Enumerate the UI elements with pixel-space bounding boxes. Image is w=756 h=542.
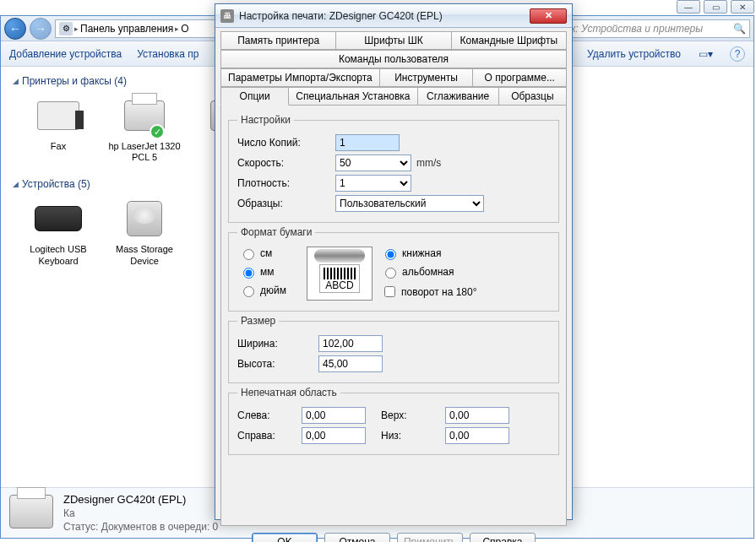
settings-legend: Настройки [237, 114, 294, 126]
copies-label: Число Копий: [237, 137, 330, 149]
density-select[interactable]: 1 [335, 175, 411, 192]
search-input[interactable]: иск: Устройства и принтеры 🔍 [556, 19, 750, 38]
orient-landscape[interactable]: альбомная [381, 265, 476, 279]
dialog-titlebar[interactable]: 🖶 Настройка печати: ZDesigner GC420t (EP… [215, 4, 572, 28]
tab-command-fonts[interactable]: Командные Шрифты [452, 31, 567, 50]
tab-options[interactable]: Опции [220, 87, 289, 106]
window-minimize[interactable]: — [677, 0, 700, 14]
portrait-label: книжная [402, 247, 441, 259]
unit-cm-radio[interactable] [243, 249, 254, 260]
window-maximize[interactable]: ▭ [704, 0, 727, 14]
print-settings-dialog: 🖶 Настройка печати: ZDesigner GC420t (EP… [215, 3, 573, 520]
cancel-button[interactable]: Отмена [324, 533, 390, 542]
unit-cm-label: см [260, 247, 272, 259]
device-label: hp LaserJet 1320 PCL 5 [106, 141, 183, 163]
queue-label: Статус: [63, 521, 98, 533]
samples-select[interactable]: Пользовательский [335, 195, 484, 212]
ok-button[interactable]: OK [252, 533, 318, 542]
portrait-radio[interactable] [385, 249, 396, 260]
top-label: Верх: [381, 409, 440, 421]
copies-input[interactable] [335, 134, 400, 151]
samples-label: Образцы: [237, 198, 330, 209]
section-devices-title: Устройства (5) [22, 178, 90, 190]
window-controls: — ▭ ✕ [677, 0, 754, 14]
speed-unit: mm/s [416, 157, 441, 169]
install-printer-link[interactable]: Установка пр [137, 48, 199, 60]
hdd-icon [127, 201, 162, 236]
tab-user-commands[interactable]: Команды пользователя [220, 50, 567, 68]
breadcrumb-sep: ▸ [74, 24, 79, 33]
unit-mm-radio[interactable] [243, 268, 254, 279]
printer-icon [9, 495, 53, 528]
device-hp-laserjet[interactable]: ✓ hp LaserJet 1320 PCL 5 [106, 94, 183, 163]
nav-back-button[interactable]: ← [4, 18, 26, 40]
search-icon[interactable]: 🔍 [733, 23, 746, 35]
control-panel-icon: ⚙ [59, 22, 73, 35]
add-device-link[interactable]: Добавление устройства [9, 48, 122, 60]
breadcrumb-next[interactable]: О [181, 23, 188, 35]
view-mode-icon[interactable]: ▭▾ [696, 46, 715, 62]
default-check-icon: ✓ [150, 124, 165, 139]
tab-samples[interactable]: Образцы [499, 87, 567, 106]
device-label: Mass Storage Device [106, 244, 183, 266]
top-input[interactable] [445, 407, 509, 424]
width-label: Ширина: [237, 338, 313, 350]
tab-row-3: Параметры Импорта/Экспорта Инструменты О… [220, 68, 567, 87]
unit-inch[interactable]: дюйм [239, 284, 298, 297]
unit-inch-radio[interactable] [243, 286, 254, 297]
tab-printer-memory[interactable]: Память принтера [220, 31, 336, 50]
height-label: Высота: [237, 358, 313, 370]
breadcrumb-sep: ▸ [175, 24, 179, 33]
queue-value: Документов в очереди: 0 [101, 521, 219, 533]
device-storage[interactable]: Mass Storage Device [106, 197, 183, 266]
tab-smoothing[interactable]: Сглаживание [418, 87, 499, 106]
collapse-icon: ◢ [13, 180, 19, 188]
bottom-input[interactable] [445, 427, 509, 444]
thumb-text: ABCD [325, 279, 353, 291]
width-input[interactable] [318, 335, 383, 352]
density-label: Плотность: [237, 177, 330, 189]
device-label: Logitech USB Keyboard [19, 244, 97, 266]
tab-tools[interactable]: Инструменты [380, 68, 474, 87]
rotate-180[interactable]: поворот на 180° [381, 284, 476, 300]
left-label: Слева: [237, 409, 296, 421]
size-group: Размер Ширина: Высота: [228, 315, 559, 383]
tab-import-export[interactable]: Параметры Импорта/Экспорта [220, 68, 380, 87]
window-close[interactable]: ✕ [731, 0, 754, 14]
tab-barcode-fonts[interactable]: Шрифты ШК [336, 31, 451, 50]
rotate-checkbox[interactable] [384, 286, 395, 297]
unit-mm[interactable]: мм [239, 265, 298, 279]
fax-icon [37, 101, 79, 130]
help-button[interactable]: Справка [470, 533, 536, 542]
help-icon[interactable]: ? [730, 46, 745, 62]
dialog-buttons: OK Отмена Применить Справка [220, 526, 567, 542]
speed-select[interactable]: 50 [335, 154, 411, 171]
landscape-radio[interactable] [385, 268, 396, 279]
right-label: Справа: [237, 430, 296, 442]
height-input[interactable] [318, 355, 383, 372]
tab-about[interactable]: О программе... [473, 68, 567, 87]
collapse-icon: ◢ [13, 77, 19, 85]
options-panel: Настройки Число Копий: Скорость: 50 mm/s… [220, 106, 567, 526]
size-legend: Размер [237, 315, 279, 327]
settings-group: Настройки Число Копий: Скорость: 50 mm/s… [228, 114, 559, 223]
left-input[interactable] [302, 407, 366, 424]
speed-label: Скорость: [237, 157, 330, 169]
printer-icon: 🖶 [220, 9, 234, 23]
orient-portrait[interactable]: книжная [381, 247, 476, 260]
device-fax[interactable]: Fax [19, 94, 97, 163]
apply-button[interactable]: Применить [397, 533, 463, 542]
section-printers-title: Принтеры и факсы (4) [22, 75, 127, 87]
unit-cm[interactable]: см [239, 247, 298, 260]
device-keyboard[interactable]: Logitech USB Keyboard [19, 197, 97, 266]
tab-special-install[interactable]: Специальная Установка [289, 87, 417, 106]
dialog-close-button[interactable]: ✕ [530, 8, 567, 24]
right-input[interactable] [302, 427, 366, 444]
paper-legend: Формат бумаги [237, 226, 315, 238]
breadcrumb-root[interactable]: Панель управления [80, 23, 173, 35]
device-label: Fax [51, 141, 66, 152]
keyboard-icon [35, 206, 82, 231]
paper-preview-icon: ABCD [307, 247, 373, 301]
nav-forward-button[interactable]: → [30, 18, 52, 40]
delete-device-link[interactable]: Удалить устройство [587, 48, 681, 60]
